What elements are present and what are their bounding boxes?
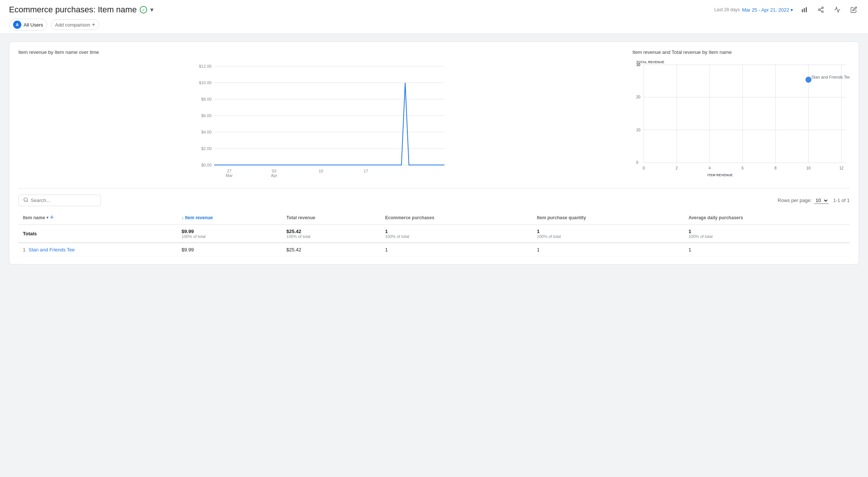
svg-text:8: 8	[774, 166, 777, 170]
add-column-button[interactable]: +	[50, 214, 54, 221]
svg-text:2: 2	[676, 166, 678, 170]
row-avg-daily: 1	[684, 243, 850, 257]
add-comparison-label: Add comparison	[55, 22, 90, 28]
row-index-and-name: 1 Stan and Friends Tee	[18, 243, 177, 257]
search-box[interactable]	[18, 195, 101, 206]
line-chart-container: $12.00 $10.00 $8.00 $6.00 $4.00 $2.00 $0…	[18, 61, 623, 181]
totals-avg-daily: 1 100% of total	[684, 225, 850, 243]
col-item-purchase-quantity[interactable]: Item purchase quantity	[532, 211, 684, 225]
svg-text:17: 17	[364, 169, 368, 173]
col-item-name[interactable]: Item name ▾ +	[18, 211, 177, 225]
title-row: Ecommerce purchases: Item name ✓ ▾	[9, 5, 154, 15]
scatter-chart-panel: Item revenue and Total revenue by Item n…	[632, 49, 850, 181]
add-comparison-plus-icon: +	[92, 21, 95, 28]
all-users-label: All Users	[24, 22, 43, 28]
header: Ecommerce purchases: Item name ✓ ▾ Last …	[0, 0, 868, 34]
date-range-label: Last 28 days	[714, 7, 740, 12]
svg-text:6: 6	[741, 166, 744, 170]
search-input[interactable]	[31, 198, 96, 203]
header-actions: Last 28 days Mar 25 - Apr 21, 2022 ▾	[714, 4, 859, 15]
svg-text:$0.00: $0.00	[201, 163, 212, 167]
scatter-chart-container: 30 20 10 0 TOTAL REVENUE	[632, 61, 850, 181]
svg-text:$6.00: $6.00	[201, 113, 212, 118]
svg-text:Mar: Mar	[226, 173, 233, 178]
scatter-point	[805, 77, 811, 83]
totals-ipq: 1 100% of total	[532, 225, 684, 243]
svg-point-5	[822, 11, 823, 13]
search-icon	[23, 197, 28, 204]
col-ecommerce-purchases[interactable]: Ecommerce purchases	[380, 211, 532, 225]
user-badge: A	[13, 21, 21, 29]
date-range: Last 28 days Mar 25 - Apr 21, 2022 ▾	[714, 7, 793, 13]
svg-text:$2.00: $2.00	[201, 146, 212, 151]
pagination-info: 1-1 of 1	[833, 198, 850, 203]
col-total-revenue[interactable]: Total revenue	[282, 211, 381, 225]
svg-point-4	[818, 9, 820, 11]
svg-text:03: 03	[272, 169, 276, 173]
svg-point-3	[822, 7, 823, 9]
totals-ecommerce: 1 100% of total	[380, 225, 532, 243]
sort-down-icon: ↓	[182, 215, 184, 220]
bar-chart-icon[interactable]	[799, 4, 810, 15]
col-avg-daily[interactable]: Average daily purchasers	[684, 211, 850, 225]
svg-text:$4.00: $4.00	[201, 130, 212, 134]
svg-rect-0	[802, 9, 803, 12]
svg-text:10: 10	[806, 166, 811, 170]
svg-text:Stan and Friends Tee: Stan and Friends Tee	[811, 75, 850, 79]
filter-row: A All Users Add comparison +	[9, 19, 859, 34]
col-item-revenue[interactable]: ↓ Item revenue	[177, 211, 282, 225]
table-controls: Rows per page: 10 25 50 1-1 of 1	[18, 195, 850, 206]
edit-icon[interactable]	[849, 4, 859, 15]
row-ecommerce: 1	[380, 243, 532, 257]
svg-line-7	[820, 8, 822, 9]
totals-row: Totals $9.99 100% of total $25.42 100% o…	[18, 225, 850, 243]
main-content: Item revenue by Item name over time $12.…	[0, 34, 868, 272]
all-users-filter[interactable]: A All Users	[9, 19, 47, 31]
table-header-row: Item name ▾ + ↓ Item revenue Total reven…	[18, 211, 850, 225]
title-dropdown-icon[interactable]: ▾	[150, 6, 154, 14]
svg-text:$8.00: $8.00	[201, 97, 212, 101]
charts-section: Item revenue by Item name over time $12.…	[18, 49, 850, 181]
check-icon: ✓	[140, 6, 147, 13]
svg-rect-1	[804, 8, 805, 12]
row-total-revenue: $25.42	[282, 243, 381, 257]
svg-text:$12.00: $12.00	[199, 64, 212, 68]
pagination: Rows per page: 10 25 50 1-1 of 1	[778, 197, 850, 204]
rows-per-page: Rows per page: 10 25 50	[778, 197, 829, 204]
row-index: 1	[23, 247, 25, 253]
totals-label: Totals	[18, 225, 177, 243]
svg-text:0: 0	[643, 166, 645, 170]
svg-text:Apr: Apr	[271, 173, 277, 178]
sort-arrow-icon: ▾	[46, 215, 48, 220]
share-icon[interactable]	[816, 4, 826, 15]
line-chart-panel: Item revenue by Item name over time $12.…	[18, 49, 623, 181]
page-title: Ecommerce purchases: Item name	[9, 5, 137, 15]
svg-text:$10.00: $10.00	[199, 80, 212, 85]
svg-text:20: 20	[636, 95, 641, 99]
scatter-chart-svg: 30 20 10 0 TOTAL REVENUE	[632, 61, 850, 181]
svg-text:4: 4	[708, 166, 711, 170]
table-row: 1 Stan and Friends Tee $9.99 $25.42 1 1 …	[18, 243, 850, 257]
row-item-revenue: $9.99	[177, 243, 282, 257]
date-dropdown-icon: ▾	[790, 7, 793, 13]
row-ipq: 1	[532, 243, 684, 257]
svg-text:10: 10	[319, 169, 323, 173]
add-comparison-button[interactable]: Add comparison +	[51, 19, 99, 30]
item-name-link[interactable]: Stan and Friends Tee	[28, 247, 75, 253]
rows-per-page-select[interactable]: 10 25 50	[814, 197, 829, 204]
svg-text:TOTAL REVENUE: TOTAL REVENUE	[636, 61, 664, 64]
svg-line-55	[27, 201, 28, 202]
svg-text:27: 27	[227, 169, 231, 173]
svg-text:10: 10	[636, 128, 641, 132]
svg-point-54	[24, 198, 27, 201]
svg-line-6	[820, 10, 822, 11]
totals-item-revenue: $9.99 100% of total	[177, 225, 282, 243]
main-card: Item revenue by Item name over time $12.…	[9, 42, 859, 265]
insights-icon[interactable]	[832, 4, 843, 15]
svg-text:ITEM REVENUE: ITEM REVENUE	[707, 173, 733, 177]
data-table: Item name ▾ + ↓ Item revenue Total reven…	[18, 211, 850, 257]
scatter-chart-title: Item revenue and Total revenue by Item n…	[632, 49, 850, 55]
date-range-value[interactable]: Mar 25 - Apr 21, 2022 ▾	[742, 7, 793, 13]
header-top: Ecommerce purchases: Item name ✓ ▾ Last …	[9, 4, 859, 19]
line-chart-title: Item revenue by Item name over time	[18, 49, 623, 55]
